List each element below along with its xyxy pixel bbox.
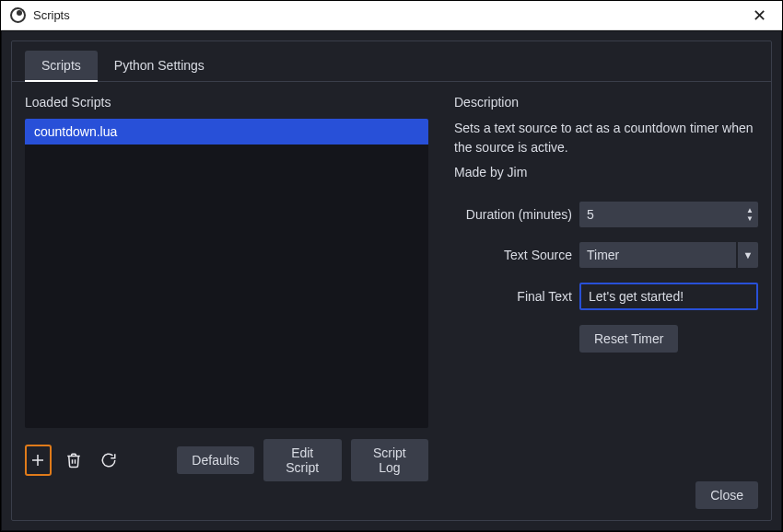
close-button[interactable]: Close	[695, 481, 758, 509]
dialog-footer: Close	[25, 481, 758, 509]
list-item[interactable]: countdown.lua	[25, 119, 428, 145]
text-source-label: Text Source	[454, 248, 572, 262]
add-script-button[interactable]	[25, 445, 52, 476]
reset-timer-button[interactable]: Reset Timer	[579, 325, 678, 353]
obs-icon	[10, 7, 26, 23]
plus-icon	[29, 452, 46, 468]
text-source-dropdown-button[interactable]: ▼	[738, 242, 758, 268]
reload-scripts-button[interactable]	[96, 445, 122, 476]
refresh-icon	[100, 452, 117, 468]
loaded-scripts-label: Loaded Scripts	[25, 95, 428, 110]
chevron-down-icon[interactable]: ▼	[743, 215, 756, 223]
description-body: Sets a text source to act as a countdown…	[454, 119, 758, 157]
tab-bar: Scripts Python Settings	[12, 41, 771, 82]
text-source-select[interactable]: Timer	[579, 242, 736, 268]
description-author: Made by Jim	[454, 165, 758, 179]
trash-icon	[65, 452, 82, 468]
client-area: Scripts Python Settings Loaded Scripts c…	[1, 30, 782, 531]
window-title: Scripts	[33, 8, 745, 22]
duration-label: Duration (minutes)	[454, 207, 572, 222]
edit-script-button[interactable]: Edit Script	[263, 439, 342, 481]
loaded-scripts-list[interactable]: countdown.lua	[25, 119, 428, 428]
final-text-label: Final Text	[454, 289, 572, 304]
defaults-button[interactable]: Defaults	[177, 446, 253, 474]
duration-spinner[interactable]: ▲ ▼	[743, 202, 756, 227]
close-icon[interactable]: ✕	[745, 6, 773, 26]
tab-scripts[interactable]: Scripts	[25, 51, 98, 82]
description-label: Description	[454, 95, 758, 110]
scripts-window: Scripts ✕ Scripts Python Settings Loaded…	[1, 1, 782, 531]
chevron-up-icon[interactable]: ▲	[743, 207, 756, 214]
tab-python-settings[interactable]: Python Settings	[98, 51, 221, 81]
titlebar: Scripts ✕	[1, 1, 782, 30]
final-text-input[interactable]	[579, 283, 758, 310]
script-log-button[interactable]: Script Log	[351, 439, 428, 481]
remove-script-button[interactable]	[61, 445, 87, 476]
chevron-down-icon: ▼	[743, 249, 754, 260]
scripts-toolbar: Defaults Edit Script Script Log	[25, 439, 428, 481]
duration-input[interactable]	[579, 202, 758, 227]
